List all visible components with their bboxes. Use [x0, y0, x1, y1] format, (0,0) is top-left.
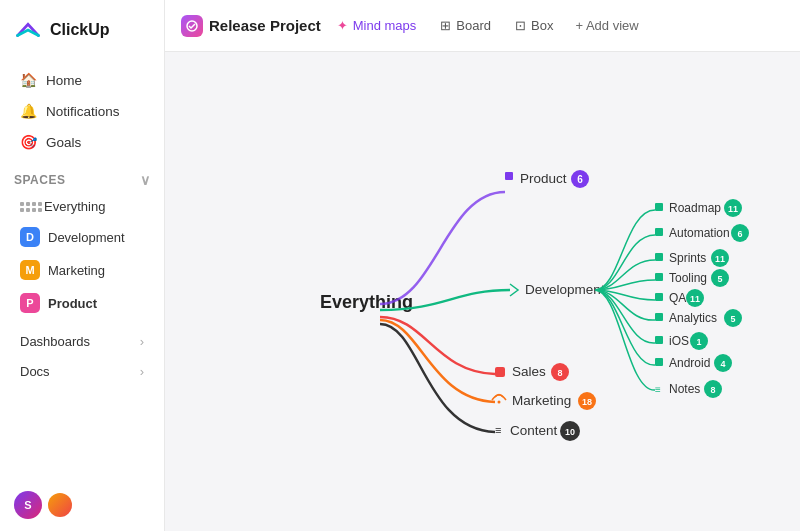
user-avatar-img[interactable]	[48, 493, 72, 517]
svg-text:8: 8	[710, 385, 715, 395]
sidebar: ClickUp 🏠 Home 🔔 Notifications 🎯 Goals S…	[0, 0, 165, 531]
svg-rect-5	[655, 203, 663, 211]
svg-text:Notes: Notes	[669, 382, 700, 396]
svg-text:Android: Android	[669, 356, 710, 370]
logo-text: ClickUp	[50, 21, 110, 39]
svg-text:Sales: Sales	[512, 364, 546, 379]
board-tab-icon: ⊞	[440, 18, 451, 33]
svg-text:Product: Product	[520, 171, 567, 186]
svg-text:≡: ≡	[655, 384, 661, 395]
svg-text:Sprints: Sprints	[669, 251, 706, 265]
svg-text:11: 11	[715, 254, 725, 264]
sidebar-item-dashboards[interactable]: Dashboards ›	[6, 327, 158, 356]
sidebar-item-docs[interactable]: Docs ›	[6, 357, 158, 386]
svg-point-45	[498, 401, 501, 404]
sidebar-item-notifications[interactable]: 🔔 Notifications	[6, 96, 158, 126]
everything-icon	[20, 202, 36, 212]
svg-text:4: 4	[720, 359, 725, 369]
svg-text:11: 11	[728, 204, 738, 214]
product-label: Product	[48, 296, 97, 311]
project-icon	[181, 15, 203, 37]
home-icon: 🏠	[20, 72, 36, 88]
svg-text:iOS: iOS	[669, 334, 689, 348]
goals-icon: 🎯	[20, 134, 36, 150]
svg-text:10: 10	[565, 427, 575, 437]
tab-board[interactable]: ⊞ Board	[428, 12, 503, 39]
notifications-icon: 🔔	[20, 103, 36, 119]
chevron-down-icon[interactable]: ∨	[140, 172, 151, 188]
chevron-right-icon: ›	[140, 364, 144, 379]
tab-mind-maps[interactable]: ✦ Mind maps	[325, 12, 429, 39]
sidebar-item-development[interactable]: D Development	[6, 221, 158, 253]
svg-text:Development: Development	[525, 282, 605, 297]
add-view-button[interactable]: + Add view	[565, 12, 648, 39]
svg-text:6: 6	[577, 174, 583, 185]
mindmap-svg: Everything Product 6 Development Roadma	[165, 52, 800, 531]
sidebar-item-marketing[interactable]: M Marketing	[6, 254, 158, 286]
sidebar-sections: Dashboards › Docs ›	[0, 326, 164, 387]
product-space-icon: P	[20, 293, 40, 313]
svg-text:Roadmap: Roadmap	[669, 201, 721, 215]
svg-rect-21	[655, 293, 663, 301]
development-space-icon: D	[20, 227, 40, 247]
sidebar-item-everything[interactable]: Everything	[6, 193, 158, 220]
topbar: Release Project ✦ Mind maps ⊞ Board ⊡ Bo…	[165, 0, 800, 52]
tab-box[interactable]: ⊡ Box	[503, 12, 565, 39]
main-content: Release Project ✦ Mind maps ⊞ Board ⊡ Bo…	[165, 0, 800, 531]
mindmap-canvas: Everything Product 6 Development Roadma	[165, 52, 800, 531]
sidebar-item-goals[interactable]: 🎯 Goals	[6, 127, 158, 157]
sidebar-item-goals-label: Goals	[46, 135, 81, 150]
svg-text:5: 5	[717, 274, 722, 284]
clickup-logo-icon	[14, 16, 42, 44]
svg-text:6: 6	[737, 229, 742, 239]
svg-rect-17	[655, 273, 663, 281]
svg-text:8: 8	[557, 368, 562, 378]
mind-maps-tab-icon: ✦	[337, 18, 348, 33]
user-avatar-s[interactable]: S	[14, 491, 42, 519]
svg-rect-13	[655, 253, 663, 261]
svg-rect-33	[655, 358, 663, 366]
spaces-section-label: Spaces ∨	[0, 162, 164, 192]
svg-text:QA: QA	[669, 291, 686, 305]
svg-rect-9	[655, 228, 663, 236]
box-tab-icon: ⊡	[515, 18, 526, 33]
svg-text:Tooling: Tooling	[669, 271, 707, 285]
svg-rect-25	[655, 313, 663, 321]
logo[interactable]: ClickUp	[0, 0, 164, 60]
svg-rect-41	[495, 367, 505, 377]
svg-text:11: 11	[690, 294, 700, 304]
svg-text:5: 5	[730, 314, 735, 324]
svg-text:Automation: Automation	[669, 226, 730, 240]
svg-text:18: 18	[582, 397, 592, 407]
marketing-space-icon: M	[20, 260, 40, 280]
svg-text:Content: Content	[510, 423, 558, 438]
chevron-right-icon: ›	[140, 334, 144, 349]
svg-text:≡: ≡	[495, 424, 501, 436]
svg-text:Analytics: Analytics	[669, 311, 717, 325]
marketing-label: Marketing	[48, 263, 105, 278]
spaces-list: Everything D Development M Marketing P P…	[0, 192, 164, 320]
svg-rect-29	[655, 336, 663, 344]
sidebar-item-notifications-label: Notifications	[46, 104, 120, 119]
svg-text:Marketing: Marketing	[512, 393, 571, 408]
sidebar-item-home[interactable]: 🏠 Home	[6, 65, 158, 95]
svg-text:1: 1	[696, 337, 701, 347]
product-icon	[505, 172, 513, 180]
sidebar-nav: 🏠 Home 🔔 Notifications 🎯 Goals	[0, 60, 164, 162]
development-label: Development	[48, 230, 125, 245]
sidebar-item-home-label: Home	[46, 73, 82, 88]
project-title: Release Project	[181, 15, 321, 37]
everything-label: Everything	[44, 199, 105, 214]
sidebar-bottom: S	[0, 479, 164, 531]
sidebar-item-product[interactable]: P Product	[6, 287, 158, 319]
